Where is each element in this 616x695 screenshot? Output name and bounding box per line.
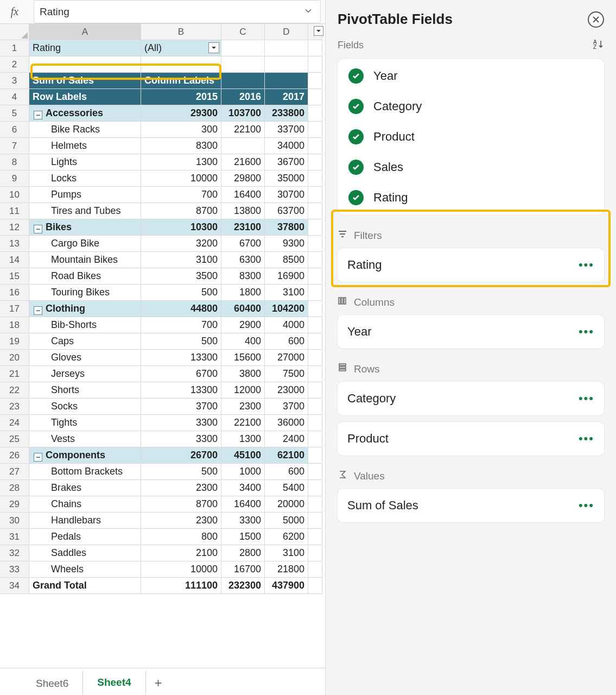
row-chip[interactable]: Product••• bbox=[338, 422, 604, 456]
add-sheet-button[interactable]: + bbox=[146, 671, 171, 695]
pivot-filter-field[interactable]: Rating bbox=[29, 40, 141, 56]
cell[interactable] bbox=[265, 40, 308, 56]
column-header[interactable]: D bbox=[265, 24, 308, 40]
cell[interactable] bbox=[308, 89, 322, 105]
product-name[interactable]: Tights bbox=[29, 415, 141, 431]
cell[interactable] bbox=[308, 154, 322, 170]
cell[interactable] bbox=[308, 561, 322, 578]
category-row[interactable]: −Accessories bbox=[29, 105, 141, 122]
row-header[interactable]: 26 bbox=[0, 447, 29, 464]
row-labels[interactable]: Row Labels bbox=[29, 89, 141, 105]
row-header[interactable]: 9 bbox=[0, 170, 29, 187]
product-name[interactable]: Mountain Bikes bbox=[29, 252, 141, 268]
product-name[interactable]: Bib-Shorts bbox=[29, 317, 141, 333]
dropdown-icon[interactable] bbox=[208, 42, 219, 53]
more-icon[interactable]: ••• bbox=[579, 258, 594, 272]
collapse-icon[interactable]: − bbox=[34, 453, 42, 462]
product-name[interactable]: Vests bbox=[29, 431, 141, 447]
row-header[interactable]: 11 bbox=[0, 203, 29, 219]
cell[interactable] bbox=[308, 513, 322, 529]
collapse-icon[interactable]: − bbox=[34, 111, 42, 119]
row-header[interactable]: 20 bbox=[0, 350, 29, 366]
row-header[interactable]: 24 bbox=[0, 415, 29, 431]
cell[interactable] bbox=[308, 285, 322, 301]
product-name[interactable]: Pedals bbox=[29, 529, 141, 545]
more-icon[interactable]: ••• bbox=[579, 325, 594, 339]
row-header[interactable]: 29 bbox=[0, 496, 29, 513]
select-all-corner[interactable] bbox=[0, 24, 29, 40]
collapse-icon[interactable]: − bbox=[34, 225, 42, 233]
column-header[interactable]: B bbox=[141, 24, 221, 40]
cell[interactable] bbox=[308, 301, 322, 317]
cell[interactable] bbox=[308, 219, 322, 236]
more-icon[interactable]: ••• bbox=[579, 391, 594, 406]
field-row[interactable]: Category bbox=[338, 91, 604, 122]
cell[interactable] bbox=[308, 56, 322, 73]
cell[interactable] bbox=[308, 317, 322, 333]
column-header[interactable]: A bbox=[29, 24, 141, 40]
cell[interactable] bbox=[308, 415, 322, 431]
row-header[interactable]: 18 bbox=[0, 317, 29, 333]
product-name[interactable]: Pumps bbox=[29, 187, 141, 203]
row-header[interactable]: 23 bbox=[0, 399, 29, 415]
row-header[interactable]: 33 bbox=[0, 561, 29, 578]
product-name[interactable]: Gloves bbox=[29, 350, 141, 366]
product-name[interactable]: Tires and Tubes bbox=[29, 203, 141, 219]
product-name[interactable]: Handlebars bbox=[29, 513, 141, 529]
more-icon[interactable]: ••• bbox=[579, 498, 594, 513]
cell[interactable] bbox=[308, 73, 322, 89]
product-name[interactable]: Road Bikes bbox=[29, 268, 141, 285]
product-name[interactable]: Socks bbox=[29, 399, 141, 415]
sort-icon[interactable]: AZ bbox=[593, 39, 604, 52]
category-row[interactable]: −Bikes bbox=[29, 219, 141, 236]
field-row[interactable]: Year bbox=[338, 61, 604, 91]
formula-input[interactable]: Rating bbox=[34, 0, 321, 23]
row-header[interactable]: 12 bbox=[0, 219, 29, 236]
row-header[interactable]: 6 bbox=[0, 122, 29, 138]
field-row[interactable]: Product bbox=[338, 122, 604, 152]
close-icon[interactable] bbox=[588, 11, 604, 28]
cell[interactable] bbox=[308, 40, 322, 56]
row-header[interactable]: 8 bbox=[0, 154, 29, 170]
product-name[interactable]: Helmets bbox=[29, 138, 141, 154]
pivot-filter-value[interactable]: (All) bbox=[141, 40, 221, 56]
cell[interactable] bbox=[308, 382, 322, 399]
chevron-down-icon[interactable] bbox=[304, 6, 313, 17]
product-name[interactable]: Wheels bbox=[29, 561, 141, 578]
row-header[interactable]: 16 bbox=[0, 285, 29, 301]
dropdown-icon[interactable] bbox=[314, 26, 323, 36]
sheet-tab[interactable]: Sheet4 bbox=[82, 670, 145, 695]
product-name[interactable]: Shorts bbox=[29, 382, 141, 399]
row-header[interactable]: 10 bbox=[0, 187, 29, 203]
cell[interactable] bbox=[308, 447, 322, 464]
cell[interactable] bbox=[141, 56, 221, 73]
row-header[interactable]: 5 bbox=[0, 105, 29, 122]
field-row[interactable]: Rating bbox=[338, 182, 604, 213]
row-chip[interactable]: Category••• bbox=[338, 382, 604, 415]
row-header[interactable]: 14 bbox=[0, 252, 29, 268]
product-name[interactable]: Bike Racks bbox=[29, 122, 141, 138]
category-row[interactable]: −Clothing bbox=[29, 301, 141, 317]
product-name[interactable]: Bottom Brackets bbox=[29, 464, 141, 480]
cell[interactable] bbox=[221, 56, 265, 73]
row-header[interactable]: 34 bbox=[0, 578, 29, 594]
more-icon[interactable]: ••• bbox=[579, 432, 594, 446]
row-header[interactable]: 25 bbox=[0, 431, 29, 447]
row-header[interactable]: 4 bbox=[0, 89, 29, 105]
row-header[interactable]: 13 bbox=[0, 236, 29, 252]
column-chip[interactable]: Year••• bbox=[338, 315, 604, 349]
row-header[interactable]: 7 bbox=[0, 138, 29, 154]
cell[interactable] bbox=[308, 105, 322, 122]
row-header[interactable]: 31 bbox=[0, 529, 29, 545]
sheet-tab[interactable]: Sheet6 bbox=[22, 672, 82, 695]
cell[interactable] bbox=[308, 252, 322, 268]
spreadsheet-grid[interactable]: ABCD1Rating(All)23Sum of SalesColumn Lab… bbox=[0, 24, 325, 594]
field-row[interactable]: Sales bbox=[338, 152, 604, 182]
cell[interactable] bbox=[308, 480, 322, 496]
cell[interactable] bbox=[308, 170, 322, 187]
row-header[interactable]: 30 bbox=[0, 513, 29, 529]
cell[interactable] bbox=[221, 40, 265, 56]
cell[interactable] bbox=[308, 578, 322, 594]
row-header[interactable]: 3 bbox=[0, 73, 29, 89]
cell[interactable] bbox=[308, 333, 322, 350]
